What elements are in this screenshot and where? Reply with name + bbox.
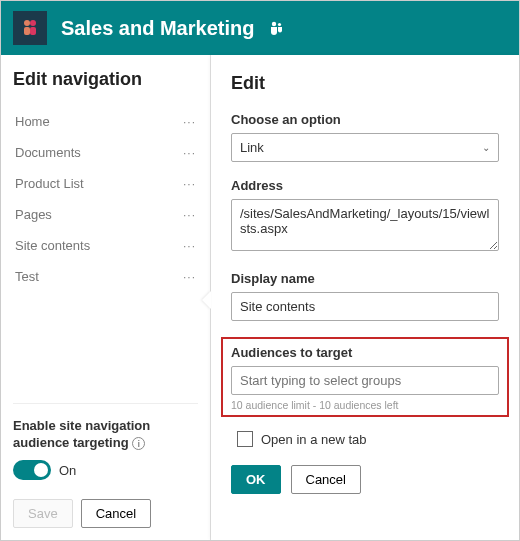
nav-list: Home ··· Documents ··· Product List ··· … <box>13 106 198 292</box>
more-icon[interactable]: ··· <box>183 208 196 222</box>
svg-point-4 <box>272 21 276 25</box>
more-icon[interactable]: ··· <box>183 239 196 253</box>
address-input[interactable] <box>231 199 499 251</box>
displayname-label: Display name <box>231 271 499 286</box>
edit-link-panel: Edit Choose an option Link ⌄ Address Dis… <box>211 55 519 540</box>
displayname-input[interactable] <box>231 292 499 321</box>
more-icon[interactable]: ··· <box>183 146 196 160</box>
cancel-button[interactable]: Cancel <box>291 465 361 494</box>
toggle-label: Enable site navigation audience targetin… <box>13 418 198 452</box>
nav-item-test[interactable]: Test ··· <box>13 261 198 292</box>
left-heading: Edit navigation <box>13 69 198 90</box>
svg-point-0 <box>24 20 30 26</box>
toggle-state-text: On <box>59 463 76 478</box>
right-heading: Edit <box>231 73 499 94</box>
audiences-input[interactable] <box>231 366 499 395</box>
svg-rect-3 <box>30 27 36 35</box>
nav-item-label: Home <box>15 114 50 129</box>
chevron-down-icon: ⌄ <box>482 142 490 153</box>
svg-rect-1 <box>24 27 30 35</box>
cancel-button[interactable]: Cancel <box>81 499 151 528</box>
info-icon[interactable]: i <box>132 437 145 450</box>
audiences-label: Audiences to target <box>231 345 499 360</box>
svg-point-2 <box>30 20 36 26</box>
nav-item-site-contents[interactable]: Site contents ··· <box>13 230 198 261</box>
option-label: Choose an option <box>231 112 499 127</box>
audiences-hint: 10 audience limit - 10 audiences left <box>231 399 499 411</box>
svg-point-5 <box>278 22 281 25</box>
nav-item-label: Pages <box>15 207 52 222</box>
newtab-checkbox[interactable] <box>237 431 253 447</box>
more-icon[interactable]: ··· <box>183 177 196 191</box>
audience-targeting-toggle[interactable] <box>13 460 51 480</box>
nav-item-pages[interactable]: Pages ··· <box>13 199 198 230</box>
nav-item-product-list[interactable]: Product List ··· <box>13 168 198 199</box>
nav-item-label: Documents <box>15 145 81 160</box>
nav-item-label: Site contents <box>15 238 90 253</box>
nav-item-label: Test <box>15 269 39 284</box>
nav-item-label: Product List <box>15 176 84 191</box>
save-button: Save <box>13 499 73 528</box>
option-value: Link <box>240 140 264 155</box>
option-select[interactable]: Link ⌄ <box>231 133 499 162</box>
app-title: Sales and Marketing <box>61 17 254 40</box>
address-label: Address <box>231 178 499 193</box>
edit-navigation-panel: Edit navigation Home ··· Documents ··· P… <box>1 55 211 540</box>
more-icon[interactable]: ··· <box>183 270 196 284</box>
nav-item-home[interactable]: Home ··· <box>13 106 198 137</box>
panel-pointer-icon <box>202 291 211 309</box>
audiences-highlight: Audiences to target 10 audience limit - … <box>221 337 509 417</box>
audience-targeting-section: Enable site navigation audience targetin… <box>13 403 198 480</box>
nav-item-documents[interactable]: Documents ··· <box>13 137 198 168</box>
teams-icon <box>268 19 284 38</box>
newtab-label: Open in a new tab <box>261 432 367 447</box>
ok-button[interactable]: OK <box>231 465 281 494</box>
app-header: Sales and Marketing <box>1 1 519 55</box>
app-logo-icon <box>13 11 47 45</box>
more-icon[interactable]: ··· <box>183 115 196 129</box>
